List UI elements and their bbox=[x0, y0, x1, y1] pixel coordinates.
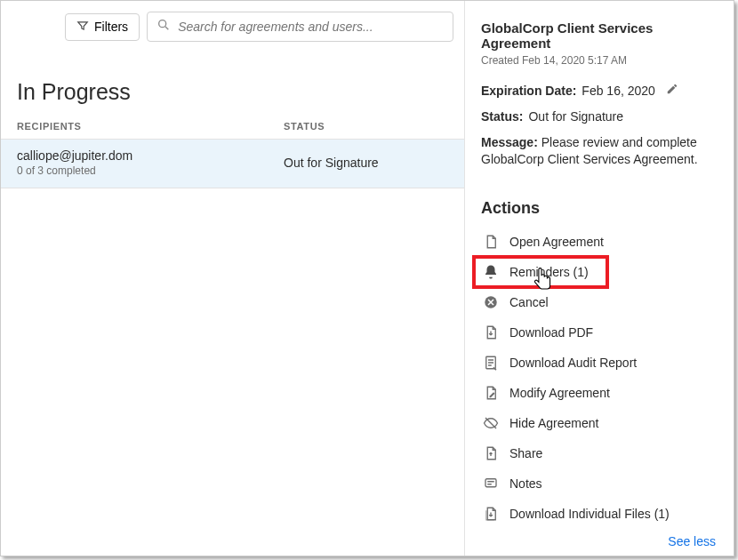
action-download[interactable]: Download PDF bbox=[481, 317, 718, 348]
page-title: In Progress bbox=[17, 79, 464, 105]
toolbar: Filters bbox=[1, 1, 464, 52]
message-label: Message: bbox=[481, 135, 538, 149]
action-download-multi[interactable]: Download Individual Files (1) bbox=[481, 499, 718, 529]
document-title: GlobalCorp Client Services Agreement bbox=[481, 20, 718, 51]
action-hide[interactable]: Hide Agreement bbox=[481, 408, 718, 438]
document-created: Created Feb 14, 2020 5:17 AM bbox=[481, 54, 718, 67]
edit-expiration-icon[interactable] bbox=[666, 83, 678, 100]
row-status: Out for Signature bbox=[284, 156, 448, 170]
recipient-email: calliope@jupiter.dom bbox=[17, 148, 284, 163]
document-meta: Expiration Date: Feb 16, 2020 Status: Ou… bbox=[481, 83, 718, 169]
download-icon bbox=[483, 324, 499, 340]
action-share[interactable]: Share bbox=[481, 438, 718, 468]
action-audit[interactable]: Download Audit Report bbox=[481, 348, 718, 378]
action-label: Download PDF bbox=[509, 325, 593, 340]
left-content: In Progress RECIPIENTS STATUS calliope@j… bbox=[1, 52, 464, 188]
recipient-progress: 0 of 3 completed bbox=[17, 164, 284, 177]
left-panel: Filters In Progress RECIPIENTS STATUS ca… bbox=[1, 1, 465, 556]
detail-panel: GlobalCorp Client Services Agreement Cre… bbox=[465, 1, 734, 556]
download-multi-icon bbox=[483, 506, 499, 522]
action-notes[interactable]: Notes bbox=[481, 468, 718, 499]
expiration-label: Expiration Date: bbox=[481, 83, 576, 100]
action-label: Open Agreement bbox=[509, 235, 604, 249]
table-row[interactable]: calliope@jupiter.dom 0 of 3 completed Ou… bbox=[1, 139, 464, 188]
action-file[interactable]: Open Agreement bbox=[481, 227, 718, 257]
actions-heading: Actions bbox=[481, 199, 718, 218]
action-modify[interactable]: Modify Agreement bbox=[481, 378, 718, 408]
status-label: Status: bbox=[481, 108, 523, 125]
notes-icon bbox=[483, 476, 499, 492]
share-icon bbox=[483, 445, 499, 461]
see-less-link[interactable]: See less bbox=[481, 529, 718, 554]
search-input[interactable] bbox=[178, 20, 444, 34]
filter-icon bbox=[76, 20, 89, 35]
column-headers: RECIPIENTS STATUS bbox=[1, 121, 464, 139]
window-frame: Filters In Progress RECIPIENTS STATUS ca… bbox=[0, 0, 734, 556]
filters-label: Filters bbox=[94, 20, 128, 34]
action-label: Download Audit Report bbox=[509, 356, 637, 370]
bell-icon bbox=[483, 264, 499, 280]
action-label: Notes bbox=[509, 476, 542, 491]
action-label: Reminders (1) bbox=[509, 265, 589, 279]
actions-list: Open AgreementReminders (1)CancelDownloa… bbox=[481, 227, 718, 529]
action-label: Share bbox=[509, 446, 542, 460]
action-label: Download Individual Files (1) bbox=[509, 507, 670, 521]
col-header-status: STATUS bbox=[284, 121, 448, 132]
file-icon bbox=[483, 234, 499, 250]
search-icon bbox=[156, 18, 171, 36]
modify-icon bbox=[483, 385, 499, 401]
col-header-recipients: RECIPIENTS bbox=[17, 121, 284, 132]
search-box[interactable] bbox=[147, 12, 453, 42]
status-value: Out for Signature bbox=[528, 108, 623, 125]
action-label: Hide Agreement bbox=[509, 416, 598, 430]
audit-icon bbox=[483, 355, 499, 371]
action-bell[interactable]: Reminders (1) bbox=[474, 257, 607, 287]
filters-button[interactable]: Filters bbox=[65, 13, 140, 41]
svg-point-0 bbox=[159, 20, 166, 28]
action-cancel[interactable]: Cancel bbox=[481, 287, 718, 317]
svg-rect-3 bbox=[485, 479, 496, 487]
action-label: Cancel bbox=[509, 295, 549, 309]
hide-icon bbox=[483, 415, 499, 431]
action-label: Modify Agreement bbox=[509, 386, 610, 400]
cancel-icon bbox=[483, 294, 499, 310]
expiration-value: Feb 16, 2020 bbox=[582, 83, 655, 100]
